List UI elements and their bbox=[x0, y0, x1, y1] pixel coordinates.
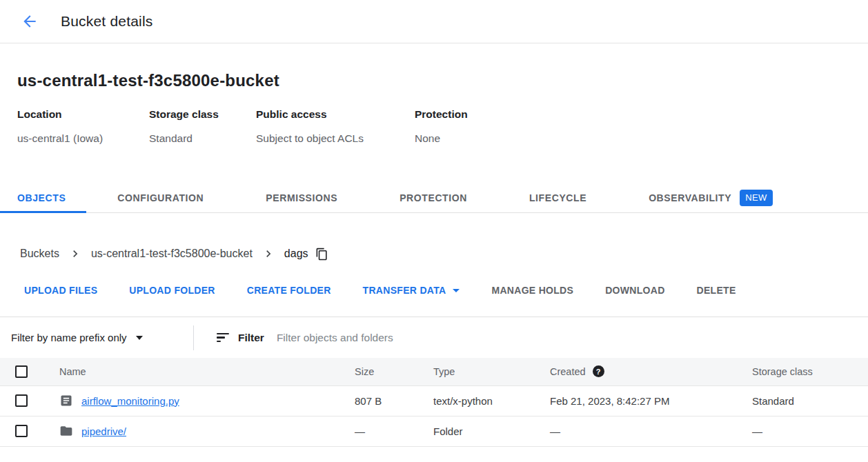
object-link[interactable]: pipedrive/ bbox=[81, 425, 126, 437]
select-all-checkbox[interactable] bbox=[15, 365, 28, 378]
download-button[interactable]: DOWNLOAD bbox=[589, 278, 680, 303]
delete-button[interactable]: DELETE bbox=[681, 278, 752, 303]
button-label: UPLOAD FOLDER bbox=[129, 285, 215, 296]
transfer-data-button[interactable]: TRANSFER DATA bbox=[347, 278, 476, 303]
tab-label: LIFECYCLE bbox=[529, 192, 586, 203]
column-header-type: Type bbox=[433, 358, 550, 385]
button-label: TRANSFER DATA bbox=[363, 285, 446, 296]
column-header-size: Size bbox=[355, 358, 433, 385]
meta-label: Storage class bbox=[149, 108, 256, 121]
meta-label: Location bbox=[17, 108, 149, 121]
help-icon[interactable]: ? bbox=[593, 365, 604, 377]
upload-folder-button[interactable]: UPLOAD FOLDER bbox=[113, 278, 230, 303]
tab-bar: OBJECTS CONFIGURATION PERMISSIONS PROTEC… bbox=[0, 184, 868, 213]
tab-observability[interactable]: OBSERVABILITY NEW bbox=[618, 184, 804, 213]
column-header-storage-class: Storage class bbox=[752, 358, 868, 385]
breadcrumb-buckets[interactable]: Buckets bbox=[20, 248, 59, 260]
meta-storage-class: Storage class Standard bbox=[149, 108, 256, 145]
dropdown-arrow-icon bbox=[453, 289, 460, 292]
object-size: 807 B bbox=[355, 385, 433, 416]
tab-objects[interactable]: OBJECTS bbox=[0, 184, 86, 213]
filter-input[interactable] bbox=[277, 332, 622, 344]
button-label: UPLOAD FILES bbox=[24, 285, 97, 296]
copy-icon[interactable] bbox=[315, 247, 329, 261]
tab-label: PERMISSIONS bbox=[266, 192, 337, 203]
new-badge: NEW bbox=[740, 190, 773, 206]
top-bar: Bucket details bbox=[0, 0, 868, 43]
tab-label: OBJECTS bbox=[17, 192, 66, 203]
tab-protection[interactable]: PROTECTION bbox=[368, 184, 498, 213]
button-label: MANAGE HOLDS bbox=[491, 285, 573, 296]
breadcrumb: Buckets us-central1-test-f3c5800e-bucket… bbox=[20, 245, 868, 263]
meta-label: Protection bbox=[415, 108, 468, 121]
breadcrumb-current-folder: dags bbox=[284, 248, 308, 260]
object-toolbar: UPLOAD FILES UPLOAD FOLDER CREATE FOLDER… bbox=[0, 278, 868, 303]
button-label: DOWNLOAD bbox=[605, 285, 664, 296]
column-header-name: Name bbox=[44, 358, 355, 385]
meta-label: Public access bbox=[256, 108, 415, 121]
object-created: Feb 21, 2023, 8:42:27 PM bbox=[550, 385, 752, 416]
object-storage-class: Standard bbox=[752, 385, 868, 416]
tab-permissions[interactable]: PERMISSIONS bbox=[235, 184, 368, 213]
column-header-created: Created bbox=[550, 366, 586, 377]
page-title: Bucket details bbox=[61, 13, 153, 30]
meta-value: None bbox=[415, 132, 468, 145]
meta-public-access: Public access Subject to object ACLs bbox=[256, 108, 415, 145]
tab-lifecycle[interactable]: LIFECYCLE bbox=[498, 184, 618, 213]
meta-protection: Protection None bbox=[415, 108, 468, 145]
meta-value: Standard bbox=[149, 132, 256, 145]
object-type: Folder bbox=[433, 416, 550, 446]
objects-table: Name Size Type Created ? Storage class a… bbox=[0, 358, 868, 447]
filter-scope-label: Filter by name prefix only bbox=[11, 332, 127, 343]
object-link[interactable]: airflow_monitoring.py bbox=[81, 395, 179, 407]
tab-configuration[interactable]: CONFIGURATION bbox=[86, 184, 235, 213]
upload-files-button[interactable]: UPLOAD FILES bbox=[8, 278, 113, 303]
row-checkbox[interactable] bbox=[15, 394, 28, 407]
filter-scope-dropdown[interactable]: Filter by name prefix only bbox=[0, 325, 194, 350]
tab-label: PROTECTION bbox=[400, 192, 467, 203]
filter-label: Filter bbox=[238, 332, 264, 344]
filter-bar: Filter by name prefix only Filter bbox=[0, 317, 868, 358]
bucket-meta: Location us-central1 (Iowa) Storage clas… bbox=[17, 108, 868, 145]
table-header-row: Name Size Type Created ? Storage class bbox=[0, 358, 868, 385]
filter-icon bbox=[217, 333, 229, 343]
manage-holds-button[interactable]: MANAGE HOLDS bbox=[475, 278, 589, 303]
object-storage-class: — bbox=[752, 416, 868, 446]
file-icon bbox=[59, 394, 73, 408]
tab-label: OBSERVABILITY bbox=[649, 192, 731, 203]
button-label: DELETE bbox=[697, 285, 736, 296]
bucket-name: us-central1-test-f3c5800e-bucket bbox=[17, 71, 868, 90]
object-size: — bbox=[355, 416, 433, 446]
chevron-right-icon bbox=[68, 247, 82, 261]
tab-label: CONFIGURATION bbox=[117, 192, 204, 203]
back-arrow-icon[interactable] bbox=[21, 12, 40, 31]
table-row: pipedrive/ — Folder — — bbox=[0, 416, 868, 446]
chevron-right-icon bbox=[262, 247, 275, 261]
dropdown-arrow-icon bbox=[136, 336, 143, 340]
row-checkbox[interactable] bbox=[15, 425, 28, 437]
meta-location: Location us-central1 (Iowa) bbox=[17, 108, 149, 145]
folder-icon bbox=[59, 424, 73, 438]
breadcrumb-bucket-name[interactable]: us-central1-test-f3c5800e-bucket bbox=[91, 248, 253, 260]
meta-value: Subject to object ACLs bbox=[256, 132, 415, 145]
meta-value: us-central1 (Iowa) bbox=[17, 132, 149, 145]
object-type: text/x-python bbox=[433, 385, 550, 416]
table-row: airflow_monitoring.py 807 B text/x-pytho… bbox=[0, 385, 868, 416]
create-folder-button[interactable]: CREATE FOLDER bbox=[231, 278, 347, 303]
button-label: CREATE FOLDER bbox=[247, 285, 331, 296]
object-created: — bbox=[550, 416, 752, 446]
